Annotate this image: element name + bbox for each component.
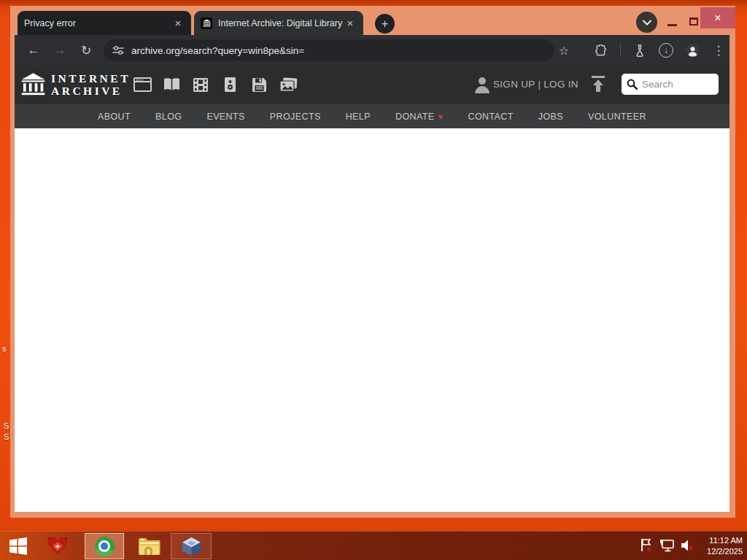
media-audio-button[interactable] — [220, 75, 239, 94]
extensions-button[interactable] — [591, 41, 610, 60]
taskbar-clock[interactable]: 11:12 AM 12/2/2025 — [707, 535, 743, 557]
archive-building-icon — [20, 72, 46, 97]
nav-blog[interactable]: BLOG — [155, 112, 182, 122]
nav-label: VOLUNTEER — [588, 112, 646, 122]
tab-title: Internet Archive: Digital Library — [218, 18, 344, 28]
close-icon: × — [714, 12, 721, 25]
address-bar[interactable]: archive.org/search?query=win8pe&sin= — [104, 39, 554, 61]
network-icon[interactable] — [659, 539, 675, 552]
system-tray: x x — [640, 538, 696, 552]
media-texts-button[interactable] — [162, 75, 181, 94]
nav-volunteer[interactable]: VOLUNTEER — [588, 112, 646, 122]
tab-title: Privacy error — [24, 18, 171, 28]
chevron-down-icon — [643, 20, 651, 26]
taskbar-app-virtualbox[interactable] — [171, 533, 212, 559]
user-icon — [474, 76, 490, 93]
tab-strip: Privacy error × Internet Archive: Digita… — [10, 6, 735, 35]
tab-privacy-error[interactable]: Privacy error × — [18, 11, 191, 35]
downloads-button[interactable]: ↓ — [657, 41, 676, 60]
book-icon — [163, 77, 181, 92]
labs-button[interactable] — [630, 41, 649, 60]
clock-date: 12/2/2025 — [707, 546, 743, 557]
nav-label: ABOUT — [98, 112, 131, 122]
taskbar-app-explorer[interactable] — [131, 533, 166, 559]
search-icon — [627, 79, 638, 90]
web-icon — [133, 77, 152, 92]
toolbar-divider — [620, 44, 621, 57]
desktop-label-fragment: S — [4, 421, 9, 430]
action-center-flag-icon[interactable]: x — [640, 538, 654, 552]
heart-icon: ♥ — [438, 112, 444, 121]
reload-button[interactable]: ↻ — [77, 41, 96, 60]
taskbar-app-heart[interactable] — [42, 533, 73, 559]
web-page: INTERNET ARCHIVE — [15, 66, 729, 512]
download-icon: ↓ — [664, 45, 668, 55]
nav-contact[interactable]: CONTACT — [468, 112, 513, 122]
start-button[interactable] — [3, 533, 34, 559]
tab-internet-archive[interactable]: Internet Archive: Digital Library × — [194, 11, 363, 35]
puzzle-icon — [595, 44, 607, 57]
archive-search-box[interactable] — [622, 74, 719, 95]
clock-time: 11:12 AM — [707, 535, 743, 546]
speaker-icon — [224, 77, 236, 93]
nav-about[interactable]: ABOUT — [98, 112, 131, 122]
media-software-button[interactable] — [249, 75, 268, 94]
tab-close-icon[interactable]: × — [171, 17, 185, 30]
floppy-icon — [252, 77, 267, 93]
windows-logo-icon — [9, 537, 28, 556]
browser-menu-button[interactable]: ⋮ — [709, 41, 728, 60]
internet-archive-favicon-icon — [201, 18, 212, 29]
maximize-button[interactable] — [689, 18, 698, 26]
minimize-button[interactable] — [667, 24, 677, 26]
site-settings-icon[interactable] — [112, 45, 124, 55]
nav-label: CONTACT — [468, 112, 513, 122]
nav-donate[interactable]: DONATE♥ — [395, 112, 444, 122]
archive-nav: ABOUT BLOG EVENTS PROJECTS HELP DONATE♥ … — [15, 104, 729, 128]
new-tab-button[interactable]: + — [375, 14, 395, 34]
nav-jobs[interactable]: JOBS — [538, 112, 563, 122]
media-video-button[interactable] — [191, 75, 210, 94]
archive-header: INTERNET ARCHIVE — [15, 66, 729, 104]
profile-button[interactable] — [683, 41, 702, 60]
nav-events[interactable]: EVENTS — [206, 112, 244, 122]
film-icon — [193, 77, 209, 93]
volume-muted-icon[interactable]: x — [681, 539, 696, 552]
chrome-icon — [95, 537, 115, 556]
nav-label: JOBS — [538, 112, 563, 122]
plus-icon: + — [382, 17, 389, 31]
desktop-label-fragment: s — [2, 344, 7, 353]
bookmark-star-button[interactable]: ☆ — [554, 41, 573, 60]
forward-button[interactable]: → — [50, 41, 69, 60]
archive-logo[interactable] — [20, 72, 46, 97]
archive-wordmark[interactable]: INTERNET ARCHIVE — [51, 72, 131, 97]
flask-icon — [634, 44, 646, 57]
nav-label: DONATE — [395, 112, 435, 122]
upload-button[interactable] — [591, 75, 605, 93]
nav-projects[interactable]: PROJECTS — [270, 112, 321, 122]
window-close-button[interactable]: × — [700, 7, 735, 28]
media-images-button[interactable] — [279, 75, 298, 94]
nav-help[interactable]: HELP — [346, 112, 371, 122]
nav-label: EVENTS — [206, 112, 244, 122]
browser-toolbar: ← → ↻ archive.org/search?query=win8pe&si… — [15, 35, 729, 66]
page-content-blank — [15, 128, 729, 512]
taskbar: x x 11:12 AM 12/2/2025 — [0, 531, 747, 560]
virtualbox-icon — [181, 536, 202, 557]
file-explorer-icon — [138, 537, 160, 556]
media-web-button[interactable] — [133, 75, 152, 94]
signup-login-link[interactable]: SIGN UP | LOG IN — [493, 79, 578, 90]
upload-icon — [591, 75, 605, 93]
svg-text:x: x — [689, 544, 693, 552]
tab-close-icon[interactable]: × — [344, 17, 357, 30]
wordmark-line1: INTERNET — [51, 72, 131, 85]
desktop-label-fragment: S — [4, 432, 9, 441]
nav-label: BLOG — [155, 112, 182, 122]
media-type-menu — [133, 75, 298, 94]
back-button[interactable]: ← — [24, 41, 43, 60]
taskbar-app-chrome[interactable] — [85, 533, 124, 559]
tab-search-button[interactable] — [636, 12, 657, 33]
nav-label: PROJECTS — [270, 112, 321, 122]
url-text: archive.org/search?query=win8pe&sin= — [131, 45, 304, 56]
search-input[interactable] — [642, 79, 708, 90]
nav-label: HELP — [346, 112, 371, 122]
